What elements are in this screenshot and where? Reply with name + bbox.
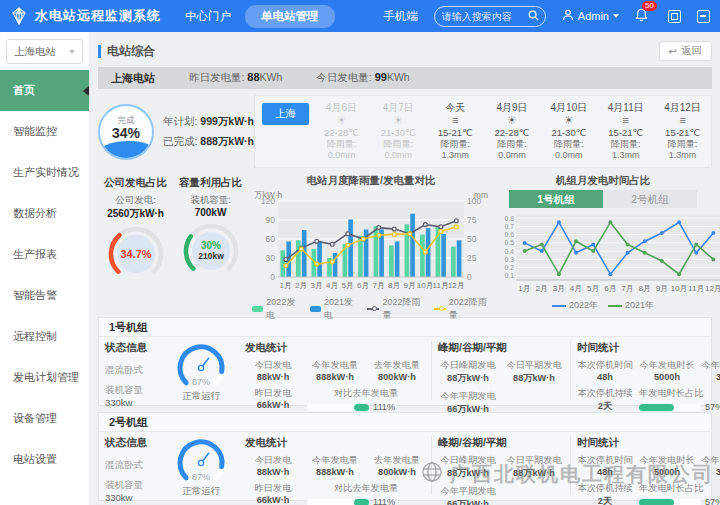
compare-progress-bar <box>307 404 369 411</box>
topbar-right: 手机端 Admin 50 <box>383 6 710 27</box>
mobile-link[interactable]: 手机端 <box>383 9 418 24</box>
unit-status-gauge: 87% 正常运行 <box>163 436 239 495</box>
weather-day: 4月10日 ☀ 21-30℃ 降雨量: 0.0mm <box>540 102 597 162</box>
user-menu[interactable]: Admin <box>562 9 619 23</box>
stat-cell: 去年发电量800kW·h <box>369 359 425 382</box>
unit-status-section: 状态信息 混流卧式 装机容量 330kw <box>105 341 163 400</box>
stat-cell: 今日平期发电88万kW·h <box>504 454 564 480</box>
svg-text:87%: 87% <box>192 472 210 482</box>
svg-text:30: 30 <box>266 253 276 263</box>
svg-text:0: 0 <box>467 272 472 282</box>
legend-item[interactable]: 2022降雨量 <box>367 296 423 322</box>
search-input[interactable] <box>442 11 528 22</box>
generation-stats-section: 发电统计 今日发电88kW·h 今年发电量888kW·h 去年发电量800kW·… <box>239 341 431 400</box>
tab-1号机组[interactable]: 1号机组 <box>509 190 603 208</box>
unit-panel-1号机组: 1号机组 状态信息 混流卧式 装机容量 330kw 87% 正常运行 发电统计 … <box>98 317 712 406</box>
search-icon[interactable] <box>528 10 539 23</box>
app-logo-icon <box>10 7 28 25</box>
chart-legend: 2022年2021年 <box>494 299 712 312</box>
svg-text:1月: 1月 <box>280 281 292 290</box>
svg-text:12月: 12月 <box>448 281 465 290</box>
today-generation: 今日发电量: 99KWh <box>316 71 409 85</box>
stat-cell: 今日平期发电88万kW·h <box>504 359 564 385</box>
haze-icon: ≡ <box>427 114 484 127</box>
city-button[interactable]: 上海 <box>262 103 309 125</box>
stat-cell: 今日发电88kW·h <box>245 359 301 382</box>
notifications-button[interactable]: 50 <box>635 8 648 24</box>
app-title: 水电站远程监测系统 <box>35 7 161 25</box>
company-ratio-widget: 公司发电占比 公司发电: 2560万kW·h 34.7% <box>98 174 173 311</box>
run-status: 正常运行 <box>163 390 239 403</box>
svg-text:0: 0 <box>270 272 275 282</box>
stat-cell: 今年停电时长3760h <box>701 359 720 382</box>
svg-text:90: 90 <box>266 215 276 225</box>
svg-text:9月: 9月 <box>656 284 668 293</box>
exit-icon[interactable] <box>697 10 710 23</box>
legend-item[interactable]: 2021发电 <box>310 296 358 322</box>
caret-down-icon <box>69 50 75 54</box>
weather-forecast: 4月6日 ☀ 22-28℃ 降雨量: 0.0mm4月7日 ☀ 21-30℃ 降雨… <box>313 102 711 162</box>
annual-plan: 年计划: 999万kW·h <box>163 115 254 129</box>
sidebar: 上海电站 首页智能监控生产实时情况数据分析生产报表智能告警远程控制发电计划管理设… <box>0 32 90 505</box>
sidebar-item-发电计划管理[interactable]: 发电计划管理 <box>0 357 89 398</box>
capacity-ratio-gauge: 30%210kw <box>181 271 241 283</box>
completed-amount: 已完成: 888万kW·h <box>163 135 254 149</box>
unit-generation-time-chart: 机组月发电时间占比 1号机组2号机组0.10.20.30.40.50.60.70… <box>494 174 712 311</box>
tab-2号机组[interactable]: 2号机组 <box>603 190 697 208</box>
stat-cell: 本次停机持续2天 <box>577 482 633 505</box>
haze-icon: ≡ <box>654 114 711 127</box>
svg-text:10月: 10月 <box>671 284 688 293</box>
svg-text:50: 50 <box>467 234 477 244</box>
station-name: 上海电站 <box>111 71 155 86</box>
weather-panel: 上海 4月6日 ☀ 22-28℃ 降雨量: 0.0mm4月7日 ☀ 21-30℃… <box>254 95 712 168</box>
generation-rainfall-chart: 电站月度降雨量/发电量对比00302560509075120100万kW·hmm… <box>252 174 490 311</box>
svg-text:0.8: 0.8 <box>505 215 515 222</box>
svg-text:11月: 11月 <box>688 284 704 293</box>
legend-item[interactable]: 2021年 <box>608 299 654 312</box>
sidebar-item-电站设置[interactable]: 电站设置 <box>0 439 89 480</box>
svg-text:7月: 7月 <box>373 281 385 290</box>
svg-text:2月: 2月 <box>536 284 548 293</box>
brand: 水电站远程监测系统 <box>10 7 185 25</box>
stat-cell: 今年发电时长5000h <box>639 359 695 382</box>
station-info-bar: 上海电站 昨日发电量: 88KWh 今日发电量: 99KWh <box>98 67 712 89</box>
stat-cell: 昨日发电66kW·h <box>245 387 301 412</box>
stat-cell: 今年发电量888kW·h <box>307 454 363 477</box>
sidebar-item-数据分析[interactable]: 数据分析 <box>0 193 89 234</box>
weather-day: 4月11日 ≡ 15-21℃ 降雨量: 1.3mm <box>597 102 654 162</box>
stat-cell: 今日峰期发电88万kW·h <box>438 454 498 480</box>
sidebar-item-智能告警[interactable]: 智能告警 <box>0 275 89 316</box>
run-status: 正常运行 <box>163 485 239 498</box>
ratio-progress-bar <box>639 404 701 411</box>
sidebar-item-智能监控[interactable]: 智能监控 <box>0 111 89 152</box>
svg-text:75: 75 <box>467 215 477 225</box>
legend-item[interactable]: 2022降雨量 <box>434 296 490 322</box>
sidebar-item-远程控制[interactable]: 远程控制 <box>0 316 89 357</box>
fullscreen-icon[interactable] <box>668 10 681 23</box>
sidebar-item-首页[interactable]: 首页 <box>0 70 89 111</box>
time-stats-section: 时间统计 本次停机时间48h 今年发电时长5000h 今年停电时长3760h 本… <box>570 341 720 400</box>
stat-cell: 今日峰期发电88万kW·h <box>438 359 498 385</box>
sidebar-item-生产实时情况[interactable]: 生产实时情况 <box>0 152 89 193</box>
user-icon <box>562 9 574 23</box>
nav-station-management[interactable]: 单电站管理 <box>245 5 335 28</box>
back-button[interactable]: ↩ 返回 <box>659 41 712 61</box>
svg-text:10月: 10月 <box>417 281 434 290</box>
nav-center-portal[interactable]: 中心门户 <box>185 9 231 24</box>
weather-day: 今天 ≡ 15-21℃ 降雨量: 1.3mm <box>427 102 484 162</box>
sidebar-item-生产报表[interactable]: 生产报表 <box>0 234 89 275</box>
sidebar-menu: 首页智能监控生产实时情况数据分析生产报表智能告警远程控制发电计划管理设备管理电站… <box>0 70 89 480</box>
unit-status-section: 状态信息 混流卧式 装机容量 330kw <box>105 436 163 495</box>
svg-text:mm: mm <box>474 190 488 200</box>
svg-text:6月: 6月 <box>604 284 616 293</box>
svg-text:5月: 5月 <box>342 281 354 290</box>
sidebar-item-设备管理[interactable]: 设备管理 <box>0 398 89 439</box>
svg-text:60: 60 <box>266 234 276 244</box>
search-box[interactable] <box>434 6 546 27</box>
annual-generation-ratio: 年发电时长占比 57% <box>639 482 720 505</box>
legend-item[interactable]: 2022发电 <box>252 296 300 322</box>
station-select[interactable]: 上海电站 <box>6 39 83 64</box>
legend-item[interactable]: 2022年 <box>552 299 598 312</box>
stat-cell: 去年发电量800kW·h <box>369 454 425 477</box>
period-stats-section: 峰期/谷期/平期 今日峰期发电88万kW·h 今日平期发电88万kW·h 今年平… <box>431 341 570 400</box>
